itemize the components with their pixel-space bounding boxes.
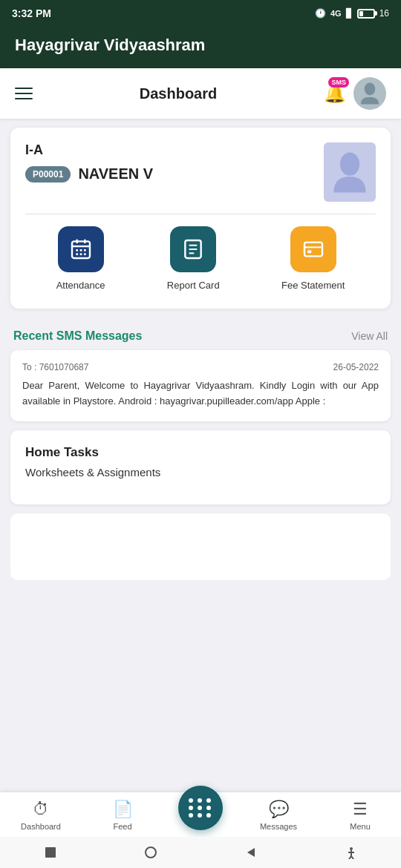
action-buttons: Attendance Report Card Fe [25,226,376,291]
status-bar: 3:32 PM 🕐 4G ▊ 16 [0,0,401,27]
student-name: NAVEEN V [78,165,153,183]
fee-icon [301,237,325,261]
svg-point-1 [340,153,359,176]
recent-sms-title: Recent SMS Messages [13,329,142,343]
student-avatar-icon [331,150,368,194]
messages-nav-label: Messages [260,822,297,831]
fee-statement-button[interactable]: Fee Statement [281,226,345,291]
system-nav [0,837,401,868]
svg-marker-21 [247,848,255,857]
hamburger-menu[interactable] [15,88,33,99]
attendance-button[interactable]: Attendance [56,226,105,291]
sys-accessibility-btn[interactable] [342,844,360,861]
svg-rect-18 [307,250,311,253]
svg-rect-7 [79,249,82,251]
view-all-button[interactable]: View All [351,330,388,342]
attendance-label: Attendance [56,280,105,291]
svg-rect-8 [84,249,86,251]
status-icons: 🕐 4G ▊ 16 [315,8,389,19]
svg-rect-16 [304,243,322,257]
feed-nav-label: Feed [113,822,131,831]
fee-statement-label: Fee Statement [281,280,345,291]
svg-point-20 [146,847,156,858]
svg-rect-10 [79,253,82,255]
sms-to: To : 7601070687 [22,362,88,372]
signal-icon: ▊ [346,8,353,19]
attendance-icon-bg [58,226,104,272]
sms-meta: To : 7601070687 26-05-2022 [22,362,379,372]
nav-feed[interactable]: 📄 Feed [97,800,149,831]
hamburger-line-3 [15,98,33,99]
nav-menu[interactable]: ☰ Menu [334,800,386,831]
notifications-button[interactable]: SMS 🔔 [324,83,346,104]
svg-line-26 [351,856,353,859]
sms-message-card: To : 7601070687 26-05-2022 Dear Parent, … [10,350,391,421]
svg-rect-11 [84,253,86,255]
student-info: I-A P00001 NAVEEN V [25,142,153,183]
sms-text: Dear Parent, Welcome to Hayagrivar Vidya… [22,378,379,410]
nav-icons: SMS 🔔 [324,77,386,110]
sms-badge: SMS [328,77,349,88]
sys-square-btn[interactable] [42,844,59,861]
dashboard-nav-label: Dashboard [21,822,61,831]
recent-sms-header: Recent SMS Messages View All [0,318,401,350]
fab-dots [189,798,212,818]
report-card-icon-bg [170,226,216,272]
nav-bar: Dashboard SMS 🔔 [0,68,401,119]
sys-circle-btn[interactable] [142,844,160,861]
nav-fab[interactable] [178,786,223,830]
page-title: Dashboard [140,85,217,102]
hamburger-line-2 [15,93,33,94]
messages-icon: 💬 [269,800,289,819]
avatar-icon [357,81,382,106]
home-tasks-card: Home Tasks Worksheets & Assignments [10,430,391,504]
dashboard-icon: ⏱ [33,800,49,819]
alarm-icon: 🕐 [315,8,326,19]
sms-date: 26-05-2022 [333,362,379,372]
hamburger-line-1 [15,88,33,89]
home-tasks-title: Home Tasks [25,445,376,460]
svg-point-22 [350,847,353,850]
report-card-button[interactable]: Report Card [167,226,220,291]
calendar-icon [69,237,93,261]
sys-back-btn[interactable] [242,844,260,861]
home-tasks-subtitle: Worksheets & Assignments [25,466,376,479]
student-id-badge: P00001 [25,166,71,183]
student-avatar [324,142,376,202]
feed-icon: 📄 [113,800,133,819]
battery-icon [357,9,375,19]
fee-icon-bg [290,226,336,272]
nav-messages[interactable]: 💬 Messages [252,800,304,831]
user-avatar[interactable] [353,77,386,110]
svg-rect-9 [76,253,78,255]
student-header: I-A P00001 NAVEEN V [25,142,376,202]
bottom-nav: ⏱ Dashboard 📄 Feed 💬 Messages ☰ Menu [0,792,401,837]
svg-point-0 [365,82,376,95]
menu-icon: ☰ [353,800,368,819]
student-class: I-A [25,142,153,158]
status-time: 3:32 PM [12,7,51,19]
student-card: I-A P00001 NAVEEN V [10,128,391,309]
menu-nav-label: Menu [350,822,371,831]
svg-rect-6 [76,249,78,251]
network-icon: 4G [330,9,342,18]
top-header: Hayagrivar Vidyaashram [0,27,401,68]
report-card-icon [181,237,205,261]
report-card-label: Report Card [167,280,220,291]
battery-label: 16 [379,8,389,19]
empty-area [10,513,391,580]
school-name: Hayagrivar Vidyaashram [15,36,205,54]
svg-rect-19 [45,847,56,858]
student-name-row: P00001 NAVEEN V [25,165,153,183]
card-divider [25,214,376,214]
nav-dashboard[interactable]: ⏱ Dashboard [15,800,67,831]
